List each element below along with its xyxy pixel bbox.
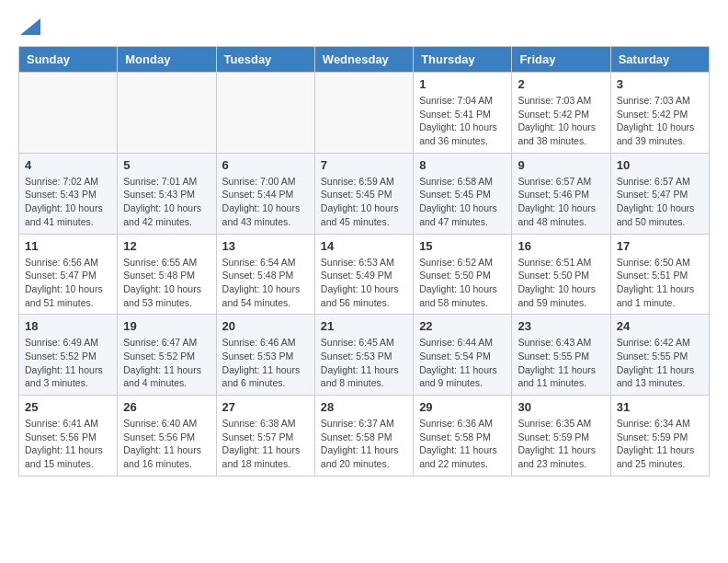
logo-triangle-icon (20, 18, 40, 35)
logo-area (18, 18, 40, 37)
calendar-cell: 28Sunrise: 6:37 AMSunset: 5:58 PMDayligh… (314, 396, 413, 477)
day-number: 19 (123, 319, 210, 333)
day-number: 23 (518, 319, 604, 333)
calendar-cell: 27Sunrise: 6:38 AMSunset: 5:57 PMDayligh… (216, 396, 314, 477)
day-detail: Sunrise: 6:51 AMSunset: 5:50 PMDaylight:… (518, 256, 604, 310)
calendar-cell: 10Sunrise: 6:57 AMSunset: 5:47 PMDayligh… (610, 153, 709, 234)
weekday-header: Friday (512, 47, 610, 73)
calendar-week-row: 11Sunrise: 6:56 AMSunset: 5:47 PMDayligh… (19, 234, 710, 315)
calendar-week-row: 4Sunrise: 7:02 AMSunset: 5:43 PMDaylight… (19, 153, 710, 234)
day-detail: Sunrise: 6:56 AMSunset: 5:47 PMDaylight:… (25, 256, 111, 310)
day-detail: Sunrise: 6:50 AMSunset: 5:51 PMDaylight:… (617, 256, 703, 310)
day-detail: Sunrise: 6:36 AMSunset: 5:58 PMDaylight:… (419, 417, 506, 471)
calendar-cell: 17Sunrise: 6:50 AMSunset: 5:51 PMDayligh… (610, 234, 709, 315)
day-detail: Sunrise: 6:52 AMSunset: 5:50 PMDaylight:… (419, 256, 506, 310)
day-detail: Sunrise: 6:55 AMSunset: 5:48 PMDaylight:… (123, 256, 210, 310)
calendar-cell: 6Sunrise: 7:00 AMSunset: 5:44 PMDaylight… (216, 153, 314, 234)
day-number: 4 (25, 158, 111, 172)
weekday-header: Tuesday (216, 47, 314, 73)
calendar-cell: 8Sunrise: 6:58 AMSunset: 5:45 PMDaylight… (414, 153, 512, 234)
calendar-cell: 13Sunrise: 6:54 AMSunset: 5:48 PMDayligh… (216, 234, 314, 315)
calendar-cell: 9Sunrise: 6:57 AMSunset: 5:46 PMDaylight… (512, 153, 610, 234)
calendar-cell: 14Sunrise: 6:53 AMSunset: 5:49 PMDayligh… (314, 234, 413, 315)
calendar-cell (118, 73, 216, 154)
day-number: 20 (222, 319, 309, 333)
day-number: 15 (419, 239, 506, 253)
page-header (18, 18, 710, 37)
calendar-table: SundayMondayTuesdayWednesdayThursdayFrid… (18, 46, 710, 477)
day-number: 26 (123, 400, 210, 414)
day-number: 8 (419, 158, 506, 172)
day-number: 12 (123, 239, 210, 253)
calendar-week-row: 18Sunrise: 6:49 AMSunset: 5:52 PMDayligh… (19, 315, 710, 396)
day-number: 7 (321, 158, 407, 172)
day-detail: Sunrise: 7:02 AMSunset: 5:43 PMDaylight:… (25, 175, 111, 229)
day-number: 10 (617, 158, 703, 172)
calendar-cell: 4Sunrise: 7:02 AMSunset: 5:43 PMDaylight… (19, 153, 118, 234)
calendar-cell: 23Sunrise: 6:43 AMSunset: 5:55 PMDayligh… (512, 315, 610, 396)
weekday-header: Thursday (414, 47, 512, 73)
day-detail: Sunrise: 7:03 AMSunset: 5:42 PMDaylight:… (518, 94, 604, 148)
day-detail: Sunrise: 6:34 AMSunset: 5:59 PMDaylight:… (617, 417, 703, 471)
day-detail: Sunrise: 6:41 AMSunset: 5:56 PMDaylight:… (25, 417, 111, 471)
day-detail: Sunrise: 6:45 AMSunset: 5:53 PMDaylight:… (321, 336, 407, 390)
day-number: 29 (419, 400, 506, 414)
calendar-cell: 24Sunrise: 6:42 AMSunset: 5:55 PMDayligh… (610, 315, 709, 396)
day-detail: Sunrise: 6:46 AMSunset: 5:53 PMDaylight:… (222, 336, 309, 390)
day-number: 31 (617, 400, 703, 414)
weekday-header: Wednesday (314, 47, 413, 73)
calendar-week-row: 1Sunrise: 7:04 AMSunset: 5:41 PMDaylight… (19, 73, 710, 154)
day-detail: Sunrise: 7:01 AMSunset: 5:43 PMDaylight:… (123, 175, 210, 229)
weekday-header: Monday (118, 47, 216, 73)
day-number: 3 (617, 77, 703, 91)
calendar-cell: 16Sunrise: 6:51 AMSunset: 5:50 PMDayligh… (512, 234, 610, 315)
day-detail: Sunrise: 6:57 AMSunset: 5:46 PMDaylight:… (518, 175, 604, 229)
calendar-cell: 18Sunrise: 6:49 AMSunset: 5:52 PMDayligh… (19, 315, 118, 396)
calendar-cell (216, 73, 314, 154)
calendar-cell: 12Sunrise: 6:55 AMSunset: 5:48 PMDayligh… (118, 234, 216, 315)
day-detail: Sunrise: 6:54 AMSunset: 5:48 PMDaylight:… (222, 256, 309, 310)
day-number: 24 (617, 319, 703, 333)
calendar-cell: 30Sunrise: 6:35 AMSunset: 5:59 PMDayligh… (512, 396, 610, 477)
day-number: 14 (321, 239, 407, 253)
day-number: 22 (419, 319, 506, 333)
weekday-header: Sunday (19, 47, 118, 73)
day-detail: Sunrise: 6:43 AMSunset: 5:55 PMDaylight:… (518, 336, 604, 390)
day-detail: Sunrise: 7:04 AMSunset: 5:41 PMDaylight:… (419, 94, 506, 148)
day-number: 13 (222, 239, 309, 253)
day-detail: Sunrise: 7:00 AMSunset: 5:44 PMDaylight:… (222, 175, 309, 229)
day-number: 5 (123, 158, 210, 172)
calendar-cell: 29Sunrise: 6:36 AMSunset: 5:58 PMDayligh… (414, 396, 512, 477)
day-detail: Sunrise: 6:47 AMSunset: 5:52 PMDaylight:… (123, 336, 210, 390)
day-number: 28 (321, 400, 407, 414)
day-detail: Sunrise: 6:38 AMSunset: 5:57 PMDaylight:… (222, 417, 309, 471)
day-number: 6 (222, 158, 309, 172)
calendar-cell: 20Sunrise: 6:46 AMSunset: 5:53 PMDayligh… (216, 315, 314, 396)
calendar-cell: 11Sunrise: 6:56 AMSunset: 5:47 PMDayligh… (19, 234, 118, 315)
day-number: 17 (617, 239, 703, 253)
day-number: 18 (25, 319, 111, 333)
day-detail: Sunrise: 6:44 AMSunset: 5:54 PMDaylight:… (419, 336, 506, 390)
day-number: 11 (25, 239, 111, 253)
day-detail: Sunrise: 6:59 AMSunset: 5:45 PMDaylight:… (321, 175, 407, 229)
day-number: 30 (518, 400, 604, 414)
day-number: 21 (321, 319, 407, 333)
calendar-week-row: 25Sunrise: 6:41 AMSunset: 5:56 PMDayligh… (19, 396, 710, 477)
calendar-header-row: SundayMondayTuesdayWednesdayThursdayFrid… (19, 47, 710, 73)
day-detail: Sunrise: 6:42 AMSunset: 5:55 PMDaylight:… (617, 336, 703, 390)
day-number: 16 (518, 239, 604, 253)
calendar-cell: 3Sunrise: 7:03 AMSunset: 5:42 PMDaylight… (610, 73, 709, 154)
day-number: 1 (419, 77, 506, 91)
day-detail: Sunrise: 6:35 AMSunset: 5:59 PMDaylight:… (518, 417, 604, 471)
calendar-cell: 26Sunrise: 6:40 AMSunset: 5:56 PMDayligh… (118, 396, 216, 477)
calendar-cell: 31Sunrise: 6:34 AMSunset: 5:59 PMDayligh… (610, 396, 709, 477)
day-number: 2 (518, 77, 604, 91)
calendar-cell: 7Sunrise: 6:59 AMSunset: 5:45 PMDaylight… (314, 153, 413, 234)
calendar-cell (19, 73, 118, 154)
day-detail: Sunrise: 6:53 AMSunset: 5:49 PMDaylight:… (321, 256, 407, 310)
calendar-cell: 5Sunrise: 7:01 AMSunset: 5:43 PMDaylight… (118, 153, 216, 234)
calendar-cell: 2Sunrise: 7:03 AMSunset: 5:42 PMDaylight… (512, 73, 610, 154)
svg-marker-0 (20, 18, 40, 35)
day-detail: Sunrise: 7:03 AMSunset: 5:42 PMDaylight:… (617, 94, 703, 148)
day-number: 25 (25, 400, 111, 414)
